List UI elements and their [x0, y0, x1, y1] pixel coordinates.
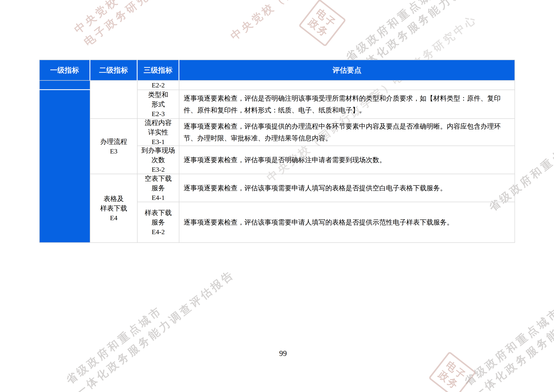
- level2-cell-empty: [90, 81, 138, 119]
- seal-text: 政务: [436, 368, 461, 392]
- evaluation-point-e3-1: 逐事项逐要素检查，评估事项提供的办理流程中各环节要素中内容及要点是否准确明晰。内…: [179, 119, 515, 146]
- header-level2-indicator: 二级指标: [90, 60, 138, 81]
- watermark-text: 一体化政务服务能力调查评估报告: [72, 266, 238, 392]
- watermark-org-top-left: 中央党校（国家行政学院） 电子政务研究中心: [71, 0, 215, 49]
- watermark-text: 省级政府和重点城市: [461, 255, 554, 389]
- level3-cell-e2-2: E2-2: [138, 81, 179, 90]
- evaluation-point-e3-2: 逐事项逐要素检查，评估事项是否明确标注申请者需要到现场次数。: [179, 146, 515, 174]
- header-level1-indicator: 一级指标: [39, 60, 90, 81]
- watermark-report-bottom-left: 省级政府和重点城市 一体化政务服务能力调查评估报告: [62, 254, 238, 392]
- watermark-text: 电子政务研究中心: [80, 0, 215, 49]
- evaluation-point-e2-3: 逐事项逐要素检查，评估是否明确注明该事项受理所需材料的类型和介质要求，如【材料类…: [179, 90, 515, 119]
- level3-cell-e3-1: 流程内容 详实性 E3-1: [138, 119, 179, 146]
- level3-code: E2-2: [152, 80, 165, 90]
- level3-label: 空表下载: [145, 174, 172, 183]
- evaluation-point-e4-1: 逐事项逐要素检查，评估该事项需要申请人填写的表格是否提供空白电子表格下载服务。: [179, 174, 515, 202]
- watermark-report-bottom-right: 省级政府和重点城市 一体化政务服务能力调查评估报告: [461, 255, 554, 392]
- level1-cell-continuation-top: [39, 81, 90, 90]
- level2-cell-e4: 表格及 样表下载 E4: [90, 174, 138, 243]
- evaluation-point-e4-2: 逐事项逐要素检查，评估该事项需要申请人填写的表格是否提供示范性电子样表下载服务。: [179, 202, 515, 243]
- level2-label: 样表下载: [100, 203, 127, 213]
- evaluation-indicator-table: 一级指标 二级指标 三级指标 评估要点 办理流程 E3 表格及 样表下载 E4 …: [39, 60, 515, 243]
- level3-label: 次数: [141, 155, 175, 165]
- egov-seal-icon: 电子 政务: [298, 0, 346, 47]
- level3-code: E4-1: [145, 193, 172, 202]
- evaluation-point-e2-2: [179, 81, 515, 90]
- watermark-text: 省级政府和重点城市: [342, 0, 508, 65]
- level3-label: 样表下载: [145, 208, 172, 217]
- level3-code: E4-2: [145, 227, 172, 237]
- level2-cell-e3: 办理流程 E3: [90, 119, 138, 174]
- level2-label: 办理流程: [100, 137, 127, 146]
- level2-label: 表格及: [100, 194, 127, 203]
- seal-text: 政务: [306, 16, 331, 39]
- level3-label: 类型和: [148, 90, 168, 99]
- watermark-text: 一体化政务服务能力调查评估报告: [471, 268, 554, 392]
- level3-label: 服务: [145, 217, 172, 227]
- level3-cell-e3-2: 到办事现场 次数 E3-2: [138, 146, 179, 174]
- watermark-text: 中央党校（国家行政学院）: [227, 0, 361, 44]
- level3-cell-e4-2: 样表下载 服务 E4-2: [138, 202, 179, 243]
- level2-code: E3: [100, 146, 127, 156]
- level3-label: 详实性: [145, 127, 172, 137]
- header-evaluation-points: 评估要点: [179, 60, 515, 81]
- level3-label: 到办事现场: [141, 146, 175, 155]
- level3-cell-e4-1: 空表下载 服务 E4-1: [138, 174, 179, 202]
- header-level3-indicator: 三级指标: [138, 60, 179, 81]
- watermark-text: 中央党校（国家行政学院）: [71, 0, 205, 37]
- document-page: 中央党校（国家行政学院） 电子政务研究中心 中央党校（国家行政学院） 电子 政务…: [0, 0, 554, 392]
- level3-label: 形式: [148, 99, 168, 109]
- level3-label: 服务: [145, 183, 172, 193]
- seal-text: 电子: [443, 359, 469, 382]
- watermark-text: 省级政府和重点城市: [62, 254, 228, 388]
- level1-cell-continuation-main: [39, 90, 90, 243]
- watermark-org-top-center: 中央党校（国家行政学院）: [227, 0, 361, 44]
- level3-cell-e2-3: 类型和 形式 E2-3: [138, 90, 179, 119]
- level2-code: E4: [100, 213, 127, 223]
- page-number: 99: [258, 349, 308, 358]
- level3-code: E2-3: [148, 109, 168, 119]
- level3-code: E3-2: [141, 165, 175, 174]
- egov-seal-icon: 电子 政务: [428, 351, 476, 392]
- level3-code: E3-1: [145, 137, 172, 147]
- seal-text: 电子: [313, 7, 339, 30]
- level3-label: 流程内容: [145, 118, 172, 127]
